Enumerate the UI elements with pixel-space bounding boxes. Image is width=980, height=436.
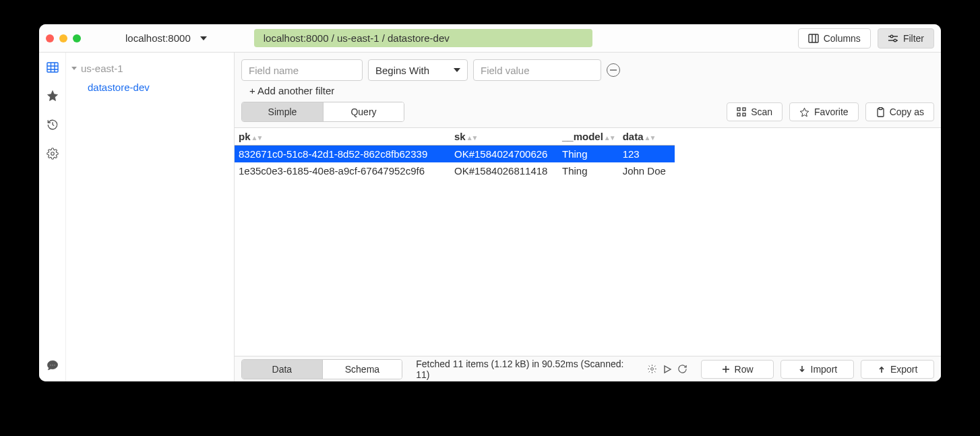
- filter-operator-select[interactable]: Begins With: [368, 59, 468, 81]
- remove-filter-button[interactable]: [607, 63, 620, 77]
- column-header-sk[interactable]: sk▲▼: [450, 128, 558, 146]
- table-row[interactable]: 1e35c0e3-6185-40e8-a9cf-67647952c9f6 OK#…: [235, 162, 675, 179]
- maximize-window-button[interactable]: [73, 34, 81, 42]
- filter-field-value-input[interactable]: [473, 59, 601, 81]
- footer: Data Schema Fetched 11 items (1.12 kB) i…: [235, 356, 941, 381]
- chevron-down-icon: [71, 67, 77, 70]
- copy-as-button-label: Copy as: [890, 106, 924, 117]
- columns-icon: [808, 34, 819, 43]
- cell-data: 123: [619, 146, 675, 163]
- table-row[interactable]: 832671c0-51c8-42d1-8d52-862c8fb62339 OK#…: [235, 146, 675, 163]
- clipboard-icon: [876, 107, 885, 117]
- data-table: pk▲▼ sk▲▼ __model▲▼ data▲▼ 832671c0-51c8…: [235, 128, 675, 179]
- column-header-pk[interactable]: pk▲▼: [235, 128, 450, 146]
- plus-icon: [722, 365, 730, 373]
- svg-point-6: [894, 39, 896, 42]
- scan-button-label: Scan: [751, 106, 772, 117]
- export-button[interactable]: Export: [861, 360, 934, 379]
- svg-point-25: [650, 368, 653, 371]
- cell-model: Thing: [558, 146, 619, 163]
- columns-button[interactable]: Columns: [798, 28, 871, 49]
- data-tab[interactable]: Data: [242, 360, 322, 379]
- favorite-button[interactable]: Favorite: [789, 102, 859, 121]
- scan-button[interactable]: Scan: [727, 102, 783, 121]
- svg-point-17: [54, 365, 55, 366]
- play-icon[interactable]: [663, 365, 672, 374]
- sidebar-item-region[interactable]: us-east-1: [66, 61, 234, 76]
- svg-point-15: [50, 365, 51, 366]
- app-window: localhost:8000 localhost:8000 / us-east-…: [39, 24, 941, 381]
- svg-point-16: [52, 365, 53, 366]
- minimize-window-button[interactable]: [59, 34, 67, 42]
- svg-line-13: [53, 125, 54, 126]
- mode-row: Simple Query Scan Favorite Copy as: [235, 102, 941, 128]
- history-icon[interactable]: [47, 119, 59, 133]
- import-button[interactable]: Import: [780, 360, 854, 379]
- favorite-button-label: Favorite: [814, 106, 849, 117]
- sort-icon: ▲▼: [251, 134, 262, 142]
- sliders-icon: [888, 34, 898, 43]
- svg-rect-0: [809, 34, 818, 42]
- sort-icon: ▲▼: [604, 134, 615, 142]
- breadcrumb[interactable]: localhost:8000 / us-east-1 / datastore-d…: [254, 29, 592, 47]
- iconrail: [39, 53, 66, 381]
- column-header-model[interactable]: __model▲▼: [558, 128, 619, 146]
- sidebar-table-label: datastore-dev: [88, 82, 150, 93]
- titlebar: localhost:8000 localhost:8000 / us-east-…: [39, 24, 941, 53]
- sidebar-region-label: us-east-1: [81, 63, 123, 74]
- query-mode-segment: Simple Query: [241, 102, 404, 122]
- import-label: Import: [811, 364, 838, 375]
- caret-down-icon: [454, 68, 460, 72]
- tables-icon[interactable]: [47, 62, 59, 75]
- gear-small-icon[interactable]: [647, 364, 657, 374]
- refresh-icon[interactable]: [677, 364, 687, 374]
- cell-pk: 832671c0-51c8-42d1-8d52-862c8fb62339: [235, 146, 450, 163]
- download-icon: [798, 365, 806, 373]
- traffic-lights: [46, 34, 81, 42]
- simple-mode-button[interactable]: Simple: [242, 102, 323, 121]
- view-mode-segment: Data Schema: [241, 359, 402, 379]
- cell-sk: OK#1584024700626: [450, 146, 558, 163]
- filter-row: Begins With: [235, 53, 941, 82]
- filter-operator-value: Begins With: [375, 65, 429, 76]
- schema-tab[interactable]: Schema: [322, 360, 402, 379]
- cell-sk: OK#1584026811418: [450, 162, 558, 179]
- svg-rect-22: [743, 113, 745, 116]
- body: us-east-1 datastore-dev Begins With + Ad…: [39, 53, 941, 381]
- cell-pk: 1e35c0e3-6185-40e8-a9cf-67647952c9f6: [235, 162, 450, 179]
- filter-field-name-input[interactable]: [241, 59, 363, 81]
- table-area: pk▲▼ sk▲▼ __model▲▼ data▲▼ 832671c0-51c8…: [235, 128, 941, 356]
- sort-icon: ▲▼: [644, 134, 655, 142]
- chat-icon[interactable]: [47, 359, 59, 373]
- column-header-data[interactable]: data▲▼: [619, 128, 675, 146]
- svg-rect-24: [879, 107, 882, 109]
- sidebar-item-table[interactable]: datastore-dev: [66, 82, 234, 93]
- caret-down-icon[interactable]: [200, 36, 207, 40]
- filter-button-label: Filter: [903, 33, 924, 44]
- gear-icon[interactable]: [47, 148, 59, 162]
- filter-button[interactable]: Filter: [878, 28, 934, 49]
- table-header-row: pk▲▼ sk▲▼ __model▲▼ data▲▼: [235, 128, 675, 146]
- svg-rect-19: [737, 108, 740, 111]
- svg-rect-20: [743, 108, 745, 111]
- upload-icon: [878, 365, 886, 373]
- window-title[interactable]: localhost:8000: [125, 32, 191, 44]
- sort-icon: ▲▼: [466, 134, 477, 142]
- close-window-button[interactable]: [46, 34, 54, 42]
- query-mode-button[interactable]: Query: [323, 102, 404, 121]
- cell-data: John Doe: [619, 162, 675, 179]
- star-icon[interactable]: [47, 90, 59, 104]
- svg-rect-7: [47, 63, 58, 72]
- sidebar: us-east-1 datastore-dev: [66, 53, 235, 381]
- minus-icon: [610, 69, 617, 71]
- main: Begins With + Add another filter Simple …: [235, 53, 941, 381]
- add-row-button[interactable]: Row: [701, 360, 774, 379]
- status-text: Fetched 11 items (1.12 kB) in 90.52ms (S…: [416, 359, 637, 380]
- export-label: Export: [890, 364, 917, 375]
- add-filter-button[interactable]: + Add another filter: [235, 82, 941, 102]
- columns-button-label: Columns: [824, 33, 861, 44]
- svg-point-14: [51, 152, 54, 156]
- copy-as-button[interactable]: Copy as: [865, 102, 934, 121]
- svg-point-4: [890, 35, 893, 38]
- scan-icon: [737, 107, 746, 117]
